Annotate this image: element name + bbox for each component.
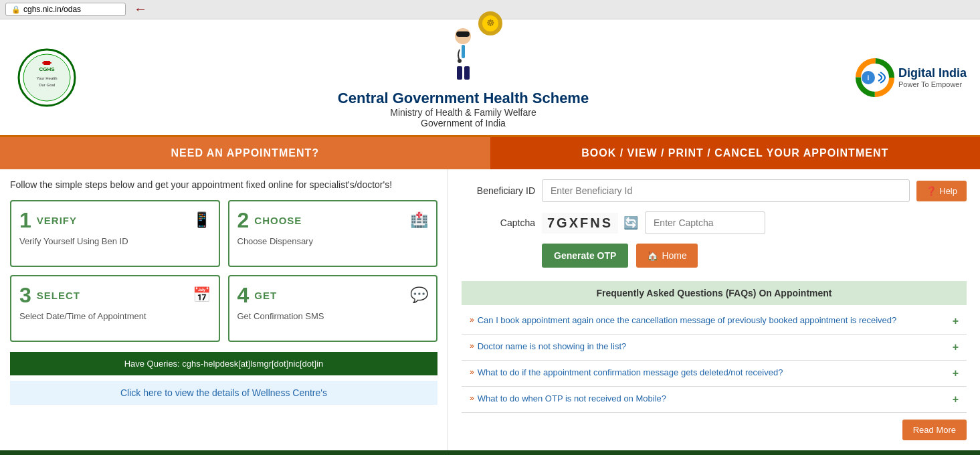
svg-text:i: i — [868, 74, 870, 82]
query-text: Have Queries: cghs-helpdesk[at]lsmgr[dot… — [124, 359, 324, 369]
faq-question-4: What to do when OTP is not received on M… — [478, 393, 953, 403]
home-button[interactable]: 🏠 Home — [636, 244, 697, 268]
help-label: Help — [939, 186, 957, 196]
step-1-desc: Verify Yourself Using Ben ID — [19, 236, 211, 246]
step-2-title: CHOOSE — [254, 215, 410, 226]
svg-rect-6 — [42, 62, 52, 64]
need-appointment-nav[interactable]: NEED AN APPOINTMENT? — [0, 137, 490, 169]
scheme-title: Central Government Health Scheme — [80, 90, 846, 107]
svg-text:☸: ☸ — [486, 17, 494, 28]
step-1-title: VERIFY — [37, 215, 193, 226]
faq-header: Frequently Asked Questions (FAQs) On App… — [462, 281, 967, 305]
faq-arrow-icon-4: » — [470, 393, 474, 403]
step-1-number: 1 — [19, 209, 31, 231]
faq-item-2[interactable]: » Doctor name is not showing in the list… — [462, 335, 967, 361]
step-4-icon: 💬 — [410, 286, 428, 304]
step-2-number: 2 — [237, 209, 250, 231]
faq-item-3[interactable]: » What to do if the appointment confirma… — [462, 361, 967, 387]
government-emblem: ☸ — [474, 10, 507, 47]
wellness-link-text[interactable]: Click here to view the details of Wellne… — [120, 387, 327, 398]
book-appointment-nav[interactable]: BOOK / VIEW / PRINT / CANCEL YOUR APPOIN… — [490, 137, 981, 169]
cghs-logo: CGHS Your Health Our Goal — [13, 51, 80, 104]
beneficiary-label: Beneficiary ID — [462, 185, 535, 196]
step-1-card: 1 VERIFY 📱 Verify Yourself Using Ben ID — [10, 200, 220, 267]
step-1-icon: 📱 — [193, 211, 211, 229]
header-center: ☸ Central Government Health Scheme Minis… — [80, 26, 846, 128]
svg-text:Your Health: Your Health — [36, 76, 57, 80]
footer: NIC National Informatics Centre Designed… — [0, 450, 980, 455]
main-content: Follow the simple steps below and get yo… — [0, 169, 980, 450]
url-bar[interactable]: 🔒 cghs.nic.in/odas — [5, 3, 126, 16]
faq-arrow-icon-1: » — [470, 315, 474, 325]
step-4-number: 4 — [237, 284, 250, 306]
faq-arrow-icon-2: » — [470, 341, 474, 351]
beneficiary-row: Beneficiary ID ❓ Help — [462, 179, 967, 202]
subtitle2: Government of India — [80, 118, 846, 128]
faq-question-1: Can I book appointment again once the ca… — [478, 315, 953, 325]
faq-item-1[interactable]: » Can I book appointment again once the … — [462, 308, 967, 335]
subtitle1: Ministry of Health & Family Welfare — [80, 107, 846, 118]
cghs-logo-svg: CGHS Your Health Our Goal — [17, 48, 77, 108]
left-panel: Follow the simple steps below and get yo… — [0, 169, 448, 450]
home-icon: 🏠 — [647, 250, 658, 261]
generate-otp-button[interactable]: Generate OTP — [542, 244, 628, 268]
annotation-arrow: ← — [134, 1, 147, 17]
faq-toggle-4[interactable]: + — [953, 393, 959, 405]
refresh-captcha-icon[interactable]: 🔄 — [623, 215, 638, 230]
svg-rect-12 — [464, 66, 470, 80]
lock-icon: 🔒 — [11, 5, 21, 14]
nav-bar: NEED AN APPOINTMENT? BOOK / VIEW / PRINT… — [0, 137, 980, 169]
faq-toggle-2[interactable]: + — [953, 341, 959, 353]
svg-rect-13 — [456, 31, 470, 37]
step-2-desc: Choose Dispensary — [237, 236, 429, 246]
right-panel: Beneficiary ID ❓ Help Captcha 7GXFNS 🔄 G… — [448, 169, 980, 450]
faq-toggle-3[interactable]: + — [953, 367, 959, 379]
beneficiary-input[interactable] — [542, 179, 910, 202]
faq-item-4[interactable]: » What to do when OTP is not received on… — [462, 387, 967, 413]
digital-india-tagline: Power To Empower — [898, 80, 967, 88]
svg-text:CGHS: CGHS — [39, 66, 55, 72]
step-4-card: 4 GET 💬 Get Confirmation SMS — [228, 275, 438, 342]
steps-grid: 1 VERIFY 📱 Verify Yourself Using Ben ID … — [10, 200, 437, 342]
site-header: CGHS Your Health Our Goal — [0, 19, 980, 137]
step-3-card: 3 SELECT 📅 Select Date/Time of Appointme… — [10, 275, 220, 342]
captcha-value: 7GXFNS — [542, 213, 618, 234]
captcha-display: 7GXFNS 🔄 — [542, 213, 638, 234]
step-3-desc: Select Date/Time of Appointment — [19, 311, 211, 321]
captcha-input[interactable] — [645, 211, 765, 234]
digital-india-text: Digital India — [898, 66, 967, 80]
faq-arrow-icon-3: » — [470, 367, 474, 377]
svg-rect-10 — [462, 45, 465, 58]
help-icon: ❓ — [926, 186, 937, 196]
faq-question-3: What to do if the appointment confirmati… — [478, 367, 953, 377]
step-3-number: 3 — [19, 284, 31, 306]
action-buttons-row: Generate OTP 🏠 Home — [542, 244, 967, 268]
captcha-row: Captcha 7GXFNS 🔄 — [462, 211, 967, 234]
step-4-desc: Get Confirmation SMS — [237, 311, 429, 321]
step-4-title: GET — [254, 290, 410, 301]
step-3-title: SELECT — [37, 290, 193, 301]
faq-section: Frequently Asked Questions (FAQs) On App… — [462, 281, 967, 440]
help-button[interactable]: ❓ Help — [916, 181, 967, 201]
svg-rect-11 — [457, 66, 462, 80]
step-3-icon: 📅 — [193, 286, 211, 304]
step-2-icon: 🏥 — [410, 211, 428, 229]
read-more-button[interactable]: Read More — [902, 420, 967, 440]
query-bar: Have Queries: cghs-helpdesk[at]lsmgr[dot… — [10, 352, 437, 375]
faq-question-2: Doctor name is not showing in the list? — [478, 341, 953, 351]
digital-india-icon: i — [855, 58, 895, 98]
url-text: cghs.nic.in/odas — [23, 5, 81, 14]
svg-point-9 — [458, 59, 462, 63]
captcha-label: Captcha — [462, 217, 535, 228]
svg-text:Our Goal: Our Goal — [39, 83, 55, 87]
step-2-card: 2 CHOOSE 🏥 Choose Dispensary — [228, 200, 438, 267]
wellness-link[interactable]: Click here to view the details of Wellne… — [10, 381, 437, 405]
home-label: Home — [662, 250, 686, 261]
digital-india-logo: i Digital India Power To Empower — [846, 58, 967, 98]
intro-text: Follow the simple steps below and get yo… — [10, 179, 437, 190]
faq-toggle-1[interactable]: + — [953, 315, 959, 327]
